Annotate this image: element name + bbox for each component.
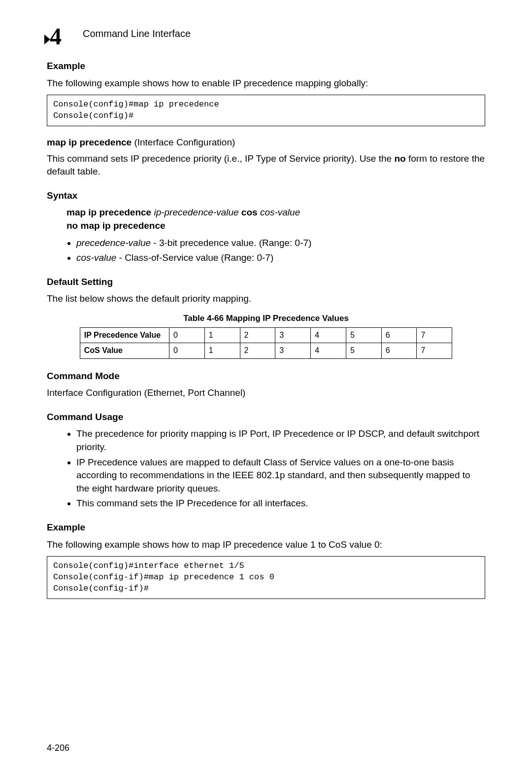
command-heading: map ip precedence (Interface Configurati… [47, 136, 485, 149]
syntax-cmd2: cos [239, 207, 260, 217]
row-label: IP Precedence Value [80, 327, 169, 343]
arg-name: cos-value [76, 252, 116, 263]
section-heading-syntax: Syntax [47, 189, 485, 203]
cell: 7 [417, 343, 452, 358]
cell: 5 [346, 327, 381, 343]
table-caption: Table 4-66 Mapping IP Precedence Values [47, 313, 485, 324]
syntax-line1: map ip precedence ip-precedence-value co… [66, 206, 485, 219]
section-heading-cmdusage: Command Usage [47, 411, 485, 424]
chapter-title: Command Line Interface [83, 27, 191, 40]
cell: 5 [346, 343, 381, 358]
default-setting-text: The list below shows the default priorit… [47, 292, 485, 306]
cell: 4 [311, 327, 346, 343]
syntax-arg1: ip-precedence-value [154, 207, 238, 217]
section-heading-cmdmode: Command Mode [47, 370, 485, 383]
cmd-desc-no: no [394, 153, 405, 164]
example2-intro: The following example shows how to map I… [47, 538, 485, 552]
example1-code: Console(config)#map ip precedence Consol… [47, 95, 485, 126]
table-row: CoS Value 0 1 2 3 4 5 6 7 [80, 343, 452, 358]
arg-desc: - 3-bit precedence value. (Range: 0-7) [151, 238, 311, 248]
command-mode-text: Interface Configuration (Ethernet, Port … [47, 387, 485, 400]
page-number: 4-206 [47, 742, 69, 754]
syntax-arg2: cos-value [260, 207, 300, 217]
cell: 6 [381, 343, 417, 358]
list-item: precedence-value - 3-bit precedence valu… [76, 237, 485, 250]
cell: 7 [417, 327, 452, 343]
cell: 0 [169, 327, 205, 343]
cell: 3 [275, 327, 311, 343]
row-label: CoS Value [80, 343, 169, 358]
cell: 2 [240, 343, 275, 358]
chapter-number-icon: 4 [47, 20, 74, 47]
cmd-desc-text: This command sets IP precedence priority… [47, 153, 394, 164]
example2-code: Console(config)#interface ethernet 1/5 C… [47, 556, 485, 599]
arg-desc: - Class-of-Service value (Range: 0-7) [116, 252, 273, 263]
syntax-no-form: no map ip precedence [66, 220, 166, 231]
section-heading-default: Default Setting [47, 276, 485, 289]
precedence-mapping-table: IP Precedence Value 0 1 2 3 4 5 6 7 CoS … [80, 327, 453, 359]
section-heading-example1: Example [47, 60, 485, 73]
example1-intro: The following example shows how to enabl… [47, 77, 485, 90]
chapter-number: 4 [50, 20, 62, 53]
command-name: map ip precedence [47, 137, 132, 147]
list-item: IP Precedence values are mapped to defau… [76, 456, 485, 495]
table-row: IP Precedence Value 0 1 2 3 4 5 6 7 [80, 327, 452, 343]
command-usage-list: The precedence for priority mapping is I… [76, 427, 485, 510]
cell: 3 [275, 343, 311, 358]
cell: 1 [204, 327, 240, 343]
syntax-cmd1: map ip precedence [66, 207, 154, 217]
syntax-line2: no map ip precedence [66, 219, 485, 233]
cell: 0 [169, 343, 205, 358]
list-item: The precedence for priority mapping is I… [76, 427, 485, 454]
section-heading-example2: Example [47, 521, 485, 534]
chapter-header: 4 Command Line Interface [47, 20, 485, 47]
cell: 4 [311, 343, 346, 358]
cell: 2 [240, 327, 275, 343]
command-context: (Interface Configuration) [132, 137, 235, 147]
cell: 1 [204, 343, 240, 358]
syntax-bullet-list: precedence-value - 3-bit precedence valu… [76, 237, 485, 265]
list-item: This command sets the IP Precedence for … [76, 497, 485, 510]
cell: 6 [381, 327, 417, 343]
list-item: cos-value - Class-of-Service value (Rang… [76, 251, 485, 265]
command-description: This command sets IP precedence priority… [47, 152, 485, 178]
arg-name: precedence-value [76, 238, 151, 248]
